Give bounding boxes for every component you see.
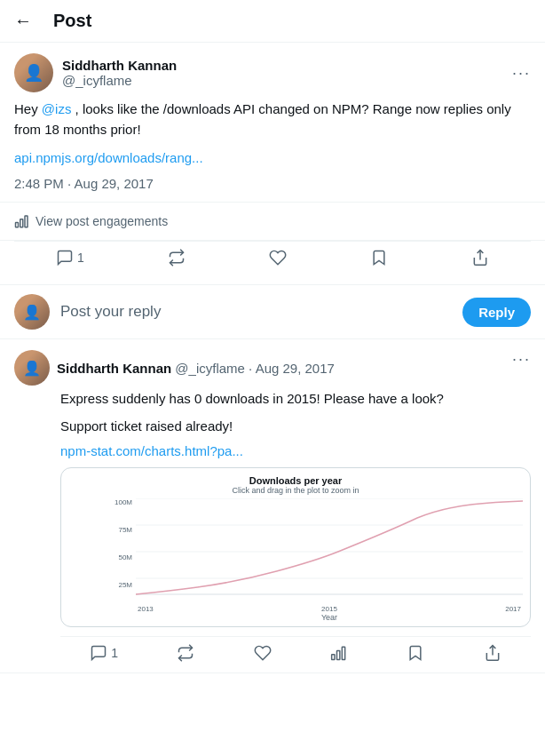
svg-rect-9 (332, 655, 335, 660)
comment-button[interactable]: 1 (56, 249, 84, 267)
tweet-analytics-button[interactable] (330, 644, 348, 662)
y-100m: 100M (100, 498, 132, 506)
comment-count: 1 (77, 251, 84, 265)
tweet-more-button[interactable]: ··· (512, 350, 531, 369)
tweet-comment-icon (90, 644, 107, 662)
x-label-2017: 2017 (505, 605, 521, 613)
chart-title: Downloads per year (68, 475, 523, 486)
share-button[interactable] (471, 249, 489, 267)
tweet-author-name: Siddharth Kannan (57, 361, 171, 376)
tweet-text-3: Support ticket raised already! (60, 417, 531, 437)
post-mention[interactable]: @izs (42, 101, 72, 116)
reply-avatar: 👤 (14, 294, 50, 330)
y-25m: 25M (100, 581, 132, 589)
tweet-retweet-button[interactable] (177, 644, 194, 662)
tweet-share-icon (484, 644, 502, 662)
tweet-bookmark-button[interactable] (407, 644, 424, 662)
tweet-share-button[interactable] (484, 644, 502, 662)
tweet-comment-count: 1 (111, 646, 118, 660)
retweet-button[interactable] (168, 249, 186, 267)
bookmark-button[interactable] (370, 249, 388, 267)
chart-area: Downloads 100M 75M 50M 25M (68, 498, 523, 623)
engagement-label: View post engagements (36, 214, 168, 228)
chart-inner: Downloads per year Click and drag in the… (61, 468, 530, 626)
tweet-section: 👤 Siddharth Kannan @_icyflame · Aug 29, … (0, 339, 545, 673)
svg-rect-1 (20, 219, 23, 227)
tweet-bookmark-icon (407, 644, 424, 662)
post-user-row: 👤 Siddharth Kannan @_icyflame ··· (14, 53, 531, 92)
post-author-name: Siddharth Kannan (62, 58, 177, 73)
tweet-header: 👤 Siddharth Kannan @_icyflame · Aug 29, … (14, 350, 531, 386)
chart-svg (136, 498, 523, 605)
tweet-text-1: Express suddenly has 0 downloads in 2015… (60, 389, 531, 410)
post-author-details: Siddharth Kannan @_icyflame (62, 58, 177, 88)
svg-rect-0 (16, 223, 19, 227)
post-actions-row: 1 (14, 241, 531, 274)
reply-box: 👤 Post your reply Reply (0, 285, 545, 339)
tweet-comment-button[interactable]: 1 (90, 644, 118, 662)
svg-rect-10 (337, 651, 340, 660)
chart-bar-icon (14, 213, 30, 229)
retweet-icon (168, 249, 186, 267)
tweet-retweet-icon (177, 644, 194, 662)
tweet-avatar: 👤 (14, 350, 50, 386)
tweet-author-details: Siddharth Kannan @_icyflame · Aug 29, 20… (57, 361, 335, 376)
reply-avatar-image: 👤 (14, 294, 50, 330)
chart-subtitle: Click and drag in the plot to zoom in (68, 486, 523, 495)
engagement-row[interactable]: View post engagements (14, 203, 531, 240)
like-icon (269, 249, 287, 267)
post-text: Hey @izs , looks like the /downloads API… (14, 99, 531, 139)
post-user-info: 👤 Siddharth Kannan @_icyflame (14, 53, 177, 92)
tweet-author-handle: @_icyflame · Aug 29, 2017 (175, 361, 335, 376)
share-icon (471, 249, 489, 267)
main-post: 👤 Siddharth Kannan @_icyflame ··· Hey @i… (0, 43, 545, 285)
avatar: 👤 (14, 53, 53, 92)
tweet-link[interactable]: npm-stat.com/charts.html?pa... (60, 443, 531, 458)
y-50m: 50M (100, 553, 132, 561)
chart-x-labels: 2013 2015 2017 (136, 605, 523, 613)
tweet-body: Express suddenly has 0 downloads in 2015… (14, 389, 531, 662)
comment-icon (56, 249, 74, 267)
header: ← Post (0, 0, 545, 43)
post-more-button[interactable]: ··· (512, 64, 531, 83)
like-button[interactable] (269, 249, 287, 267)
chart-x-axis-label: Year (136, 613, 523, 622)
bookmark-icon (370, 249, 388, 267)
tweet-like-icon (254, 644, 272, 662)
post-timestamp: 2:48 PM · Aug 29, 2017 (14, 176, 531, 191)
svg-rect-11 (342, 647, 344, 659)
avatar-image: 👤 (14, 53, 53, 92)
reply-button[interactable]: Reply (462, 298, 531, 327)
page-title: Post (53, 11, 91, 31)
post-author-handle: @_icyflame (62, 73, 177, 88)
post-link[interactable]: api.npmjs.org/downloads/rang... (14, 150, 531, 165)
post-text-suffix: , looks like the /downloads API changed … (14, 101, 511, 137)
x-label-2013: 2013 (138, 605, 154, 613)
chart-y-labels: Downloads (68, 498, 100, 623)
chart-body: 2013 2015 2017 Year (136, 498, 523, 623)
tweet-user-row: 👤 Siddharth Kannan @_icyflame · Aug 29, … (14, 350, 335, 386)
svg-rect-2 (25, 216, 28, 227)
tweet-avatar-image: 👤 (14, 350, 50, 386)
tweet-analytics-icon (330, 644, 348, 662)
tweet-actions-row: 1 (60, 636, 531, 662)
back-button[interactable]: ← (14, 11, 32, 31)
tweet-chart: Downloads per year Click and drag in the… (60, 467, 531, 627)
post-text-prefix: Hey (14, 101, 42, 116)
y-75m: 75M (100, 526, 132, 534)
x-label-2015: 2015 (321, 605, 337, 613)
reply-placeholder-text[interactable]: Post your reply (60, 303, 452, 321)
tweet-like-button[interactable] (254, 644, 272, 662)
